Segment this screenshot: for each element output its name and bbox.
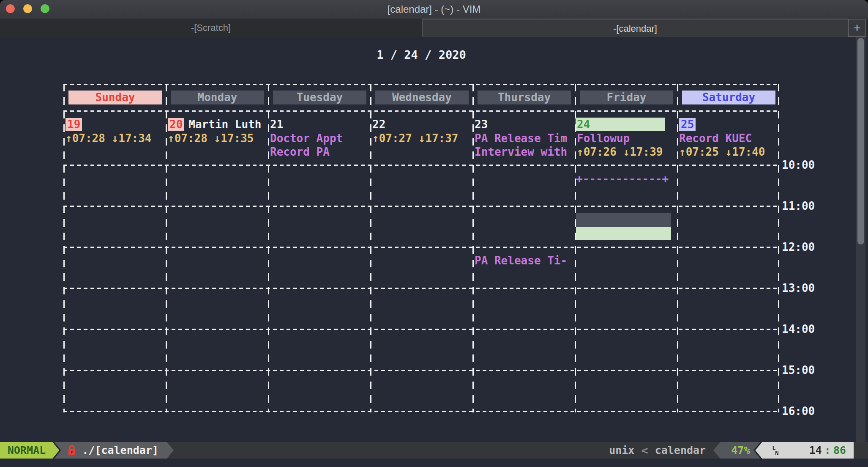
event-label[interactable]: Record KUEC <box>679 132 752 145</box>
day-header-sunday: Sunday <box>68 91 162 104</box>
day-cell-22[interactable]: 22 ↑07:27 ↓17:37 <box>370 111 472 165</box>
grid-hline <box>63 247 779 248</box>
hour-label-10: 10:00 <box>782 158 815 172</box>
file-segment: ./[calendar] <box>52 442 174 459</box>
day-cell-20[interactable]: 20Martin Luth ↑07:28 ↓17:35 <box>166 111 268 165</box>
sunrise-sunset: ↑07:27 ↓17:37 <box>372 132 459 145</box>
day-number: 21 <box>270 118 283 131</box>
event-label[interactable]: PA Release Tim <box>475 132 567 145</box>
hour-label-14: 14:00 <box>782 322 815 336</box>
event-label[interactable]: Interview with <box>475 145 567 159</box>
grid-hline <box>63 206 779 207</box>
day-header-tuesday: Tuesday <box>273 91 366 104</box>
file-format: unix <box>609 442 634 459</box>
vim-window: [calendar] - (~) - VIM -[Scratch] -[cale… <box>0 0 868 467</box>
sunrise-sunset: ↑07:26 ↓17:39 <box>577 145 663 159</box>
date-header: 1 / 24 / 2020 <box>63 48 779 63</box>
event-label[interactable]: Followup <box>577 132 630 145</box>
calendar-grid: Sunday Monday Tuesday Wednesday Thursday… <box>63 84 779 411</box>
sunrise-sunset: ↑07:28 ↓17:35 <box>168 132 254 145</box>
day-cell-21[interactable]: 21 Doctor Appt Record PA <box>268 111 370 165</box>
grid-hline <box>63 370 779 371</box>
tab-calendar[interactable]: -[calendar] <box>423 19 848 37</box>
day-cell-23[interactable]: 23 PA Release Tim Interview with <box>472 111 575 165</box>
day-number: 22 <box>372 118 385 131</box>
filetype: calendar <box>655 442 706 459</box>
window-title: [calendar] - (~) - VIM <box>0 0 868 19</box>
grid-hline <box>63 288 779 289</box>
day-number: 19 <box>66 118 82 131</box>
hour-label-12: 12:00 <box>782 240 815 254</box>
event-label[interactable]: Doctor Appt <box>270 132 343 145</box>
event-block-green[interactable] <box>576 227 671 240</box>
day-cell-25[interactable]: 25 Record KUEC ↑07:25 ↓17:40 <box>677 111 779 165</box>
scrollbar-track[interactable] <box>856 37 865 442</box>
new-tab-button[interactable]: + <box>848 19 866 37</box>
grid-hline <box>63 411 779 412</box>
day-header-saturday: Saturday <box>682 91 775 104</box>
mode-indicator: NORMAL <box>0 442 59 459</box>
chevron-left-icon: < <box>634 442 655 459</box>
day-cell-24-today[interactable]: 24 Followup ↑07:26 ↓17:39 <box>575 111 677 165</box>
file-name: ./[calendar] <box>82 442 158 459</box>
event-block-gray[interactable] <box>576 213 671 227</box>
day-cell-19[interactable]: 19 ↑07:28 ↓17:34 <box>63 111 166 165</box>
titlebar[interactable]: [calendar] - (~) - VIM <box>0 0 868 19</box>
statusbar-right: unix < calendar 47% LN 14 : 86 <box>609 442 868 459</box>
event-label[interactable]: Record PA <box>270 145 330 159</box>
hour-label-15: 15:00 <box>782 363 815 377</box>
line-column-segment: LN 14 : 86 <box>755 442 854 459</box>
scrollbar-thumb[interactable] <box>857 38 864 244</box>
tab-bar: -[Scratch] -[calendar] + <box>0 19 868 37</box>
hour-label-16: 16:00 <box>782 404 815 418</box>
terminal-area[interactable]: 1 / 24 / 2020 Sunday Monday Tuesday <box>0 37 868 442</box>
cursor-column: 86 <box>833 444 846 456</box>
day-number: 24 <box>576 118 590 131</box>
line-number-icon: LN <box>772 445 778 456</box>
event-overflow-label[interactable]: PA Release Ti- <box>475 254 567 267</box>
grid-hline <box>63 84 779 85</box>
scroll-percent: 47% <box>713 442 762 459</box>
hour-label-11: 11:00 <box>782 199 815 213</box>
day-number: 20 <box>168 118 184 131</box>
command-line[interactable] <box>0 459 868 467</box>
day-header-friday: Friday <box>580 91 673 104</box>
day-header-thursday: Thursday <box>478 91 571 104</box>
sunrise-sunset: ↑07:28 ↓17:34 <box>66 132 152 145</box>
tab-scratch[interactable]: -[Scratch] <box>0 19 422 37</box>
lock-icon <box>68 445 76 456</box>
cursor-line: 14 <box>809 444 822 456</box>
day-number: 23 <box>475 118 488 131</box>
grid-hline <box>63 329 779 330</box>
hour-label-13: 13:00 <box>782 281 815 295</box>
sunrise-sunset: ↑07:25 ↓17:40 <box>679 145 765 159</box>
day-number: 25 <box>679 118 696 131</box>
holiday-title: Martin Luth <box>184 118 261 131</box>
event-span-bar[interactable]: +------------+ <box>576 172 669 186</box>
day-header-wednesday: Wednesday <box>375 91 469 104</box>
day-header-monday: Monday <box>171 91 264 104</box>
status-bar: NORMAL ./[calendar] unix < calendar 47% … <box>0 442 868 459</box>
